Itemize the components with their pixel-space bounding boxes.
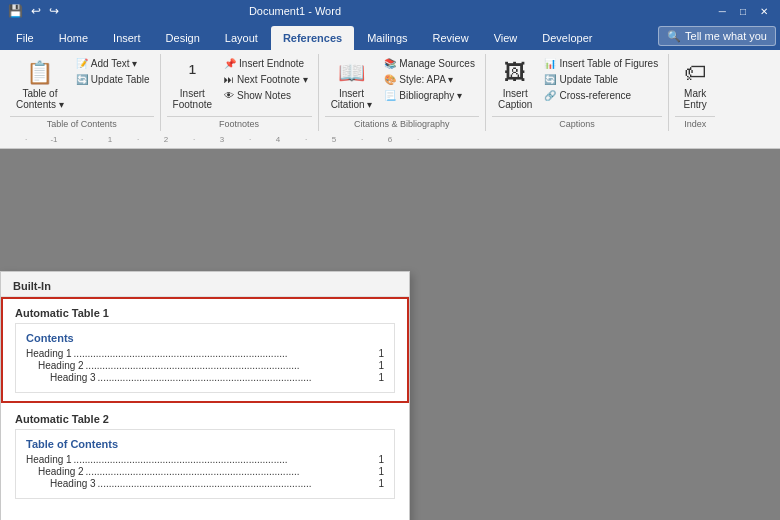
preview-line: Heading 1 ..............................… xyxy=(26,348,384,359)
mark-entry-icon: 🏷 xyxy=(684,60,706,86)
dropdown-section-label: Built-In xyxy=(1,272,409,297)
footnote-icon: ¹ xyxy=(189,60,196,86)
app-title: Document1 - Word xyxy=(249,5,341,17)
tab-review[interactable]: Review xyxy=(421,26,481,50)
insert-footnote-button[interactable]: ¹ InsertFootnote xyxy=(167,56,218,114)
footnotes-group: ¹ InsertFootnote 📌 Insert Endnote ⏭ Next… xyxy=(161,54,319,131)
caption-label: InsertCaption xyxy=(498,88,532,110)
insert-endnote-button[interactable]: 📌 Insert Endnote xyxy=(220,56,312,71)
citations-group: 📖 InsertCitation ▾ 📚 Manage Sources 🎨 St… xyxy=(319,54,486,131)
cross-ref-icon: 🔗 xyxy=(544,90,556,101)
auto-table-1-title: Automatic Table 1 xyxy=(15,307,395,319)
table-figures-icon: 📊 xyxy=(544,58,556,69)
dots-1: ........................................… xyxy=(74,348,377,359)
tab-design[interactable]: Design xyxy=(154,26,212,50)
caption-secondary: 📊 Insert Table of Figures 🔄 Update Table… xyxy=(540,56,662,103)
footnotes-buttons: ¹ InsertFootnote 📌 Insert Endnote ⏭ Next… xyxy=(167,56,312,114)
toc-group-label: Table of Contents xyxy=(10,116,154,129)
preview-line: Heading 3 ..............................… xyxy=(26,372,384,383)
insert-citation-button[interactable]: 📖 InsertCitation ▾ xyxy=(325,56,379,114)
toc-secondary-buttons: 📝 Add Text ▾ 🔄 Update Table xyxy=(72,56,154,87)
num-3: 1 xyxy=(378,372,384,383)
update-captions-icon: 🔄 xyxy=(544,74,556,85)
tab-developer[interactable]: Developer xyxy=(530,26,604,50)
tab-references[interactable]: References xyxy=(271,26,354,50)
num-4: 1 xyxy=(378,454,384,465)
citation-label: InsertCitation ▾ xyxy=(331,88,373,110)
tab-insert[interactable]: Insert xyxy=(101,26,153,50)
index-group: 🏷 MarkEntry Index xyxy=(669,54,721,131)
style-icon: 🎨 xyxy=(384,74,396,85)
footnotes-group-label: Footnotes xyxy=(167,116,312,129)
auto-table-2-item[interactable]: Automatic Table 2 Table of Contents Head… xyxy=(1,403,409,509)
citations-group-label: Citations & Bibliography xyxy=(325,116,479,129)
minimize-button[interactable]: ─ xyxy=(713,5,732,18)
index-buttons: 🏷 MarkEntry xyxy=(675,56,715,114)
dots-6: ........................................… xyxy=(98,478,377,489)
auto-table-2-title: Automatic Table 2 xyxy=(15,413,395,425)
heading1-text: Heading 1 xyxy=(26,348,72,359)
preview-line: Heading 2 ..............................… xyxy=(26,360,384,371)
heading2-text-2: Heading 2 xyxy=(38,466,84,477)
toc-dropdown: Built-In Automatic Table 1 Contents Head… xyxy=(0,271,410,520)
cross-reference-button[interactable]: 🔗 Cross-reference xyxy=(540,88,662,103)
style-button[interactable]: 🎨 Style: APA ▾ xyxy=(380,72,479,87)
dropdown-bottom: Manual Table Table of Contents xyxy=(1,509,409,520)
ruler-marks: · -1 · 1 · 2 · 3 · 4 · 5 · 6 · xyxy=(12,135,432,144)
dots-4: ........................................… xyxy=(74,454,377,465)
ribbon: 📋 Table ofContents ▾ 📝 Add Text ▾ 🔄 Upda… xyxy=(0,50,780,131)
show-notes-icon: 👁 xyxy=(224,90,234,101)
maximize-button[interactable]: □ xyxy=(734,5,752,18)
footnote-secondary: 📌 Insert Endnote ⏭ Next Footnote ▾ 👁 Sho… xyxy=(220,56,312,103)
captions-group: 🖼 InsertCaption 📊 Insert Table of Figure… xyxy=(486,54,669,131)
auto-table-1-item[interactable]: Automatic Table 1 Contents Heading 1 ...… xyxy=(1,297,409,403)
index-group-label: Index xyxy=(675,116,715,129)
add-text-button[interactable]: 📝 Add Text ▾ xyxy=(72,56,154,71)
num-1: 1 xyxy=(378,348,384,359)
update-table-button[interactable]: 🔄 Update Table xyxy=(72,72,154,87)
tab-view[interactable]: View xyxy=(482,26,530,50)
bibliography-button[interactable]: 📃 Bibliography ▾ xyxy=(380,88,479,103)
auto-table-2-preview: Table of Contents Heading 1 ............… xyxy=(15,429,395,499)
mark-entry-label: MarkEntry xyxy=(684,88,707,110)
manage-sources-button[interactable]: 📚 Manage Sources xyxy=(380,56,479,71)
ruler: · -1 · 1 · 2 · 3 · 4 · 5 · 6 · xyxy=(0,131,780,149)
tell-me-search[interactable]: 🔍 Tell me what you xyxy=(658,26,776,46)
main-area: Built-In Automatic Table 1 Contents Head… xyxy=(0,149,780,520)
toc-label: Table ofContents ▾ xyxy=(16,88,64,110)
dots-3: ........................................… xyxy=(98,372,377,383)
tab-home[interactable]: Home xyxy=(47,26,100,50)
mark-entry-button[interactable]: 🏷 MarkEntry xyxy=(675,56,715,114)
show-notes-button[interactable]: 👁 Show Notes xyxy=(220,88,312,103)
update-table-captions-button[interactable]: 🔄 Update Table xyxy=(540,72,662,87)
heading3-text: Heading 3 xyxy=(50,372,96,383)
dots-2: ........................................… xyxy=(86,360,377,371)
num-6: 1 xyxy=(378,478,384,489)
insert-table-figures-button[interactable]: 📊 Insert Table of Figures xyxy=(540,56,662,71)
tab-layout[interactable]: Layout xyxy=(213,26,270,50)
table-of-contents-button[interactable]: 📋 Table ofContents ▾ xyxy=(10,56,70,114)
captions-group-label: Captions xyxy=(492,116,662,129)
tab-mailings[interactable]: Mailings xyxy=(355,26,419,50)
footnote-label: InsertFootnote xyxy=(173,88,212,110)
toc-icon: 📋 xyxy=(26,60,53,86)
close-button[interactable]: ✕ xyxy=(754,5,774,18)
add-text-icon: 📝 xyxy=(76,58,88,69)
preview-heading-1: Contents xyxy=(26,332,384,344)
redo-button[interactable]: ↪ xyxy=(47,3,61,19)
citation-icon: 📖 xyxy=(338,60,365,86)
caption-icon: 🖼 xyxy=(504,60,526,86)
manual-table-item[interactable]: Manual Table xyxy=(13,513,397,520)
preview-line: Heading 2 ..............................… xyxy=(26,466,384,477)
tab-file[interactable]: File xyxy=(4,26,46,50)
undo-button[interactable]: ↩ xyxy=(29,3,43,19)
insert-caption-button[interactable]: 🖼 InsertCaption xyxy=(492,56,538,114)
next-icon: ⏭ xyxy=(224,74,234,85)
heading3-text-2: Heading 3 xyxy=(50,478,96,489)
document-background: Built-In Automatic Table 1 Contents Head… xyxy=(0,149,780,520)
next-footnote-button[interactable]: ⏭ Next Footnote ▾ xyxy=(220,72,312,87)
search-label: Tell me what you xyxy=(685,30,767,42)
toc-buttons: 📋 Table ofContents ▾ 📝 Add Text ▾ 🔄 Upda… xyxy=(10,56,154,114)
search-icon: 🔍 xyxy=(667,30,681,43)
save-button[interactable]: 💾 xyxy=(6,3,25,19)
